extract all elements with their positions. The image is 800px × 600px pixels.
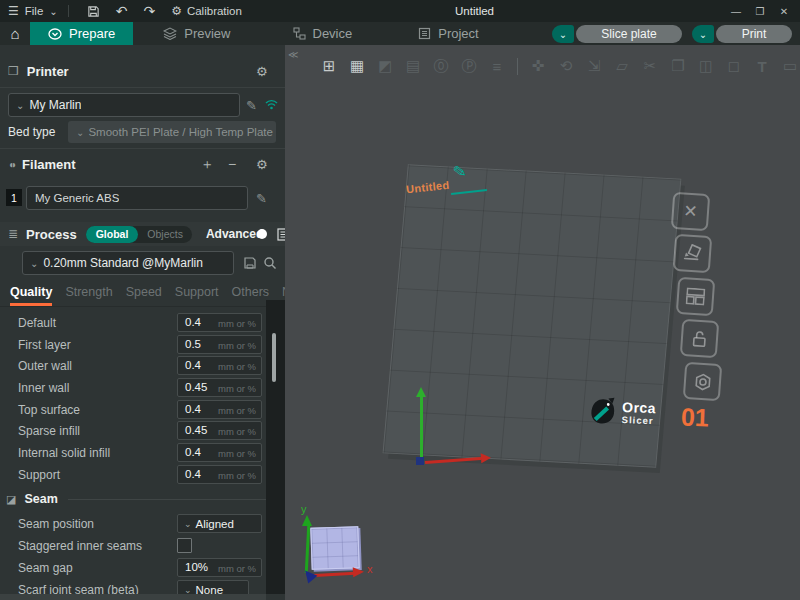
add-object-icon[interactable]: ⊞	[317, 54, 341, 78]
filament-preset-dropdown[interactable]: My Generic ABS	[26, 186, 248, 210]
auto-orient-icon[interactable]: ◩	[373, 54, 397, 78]
param-value: 0.4	[185, 468, 201, 480]
param-input[interactable]: 0.4 mm or %	[177, 465, 262, 484]
panel-bottom-strip	[0, 594, 266, 600]
delete-all-button[interactable]: ✕	[671, 192, 710, 231]
viewport-3d[interactable]: ≪ ⊞ ▦ ◩ ▤ ⓪ Ⓟ ≡ ✜ ⟲ ⇲ ▱ ✂ ❐ ◫ ◻ T ▭ ❒ Un…	[285, 45, 800, 600]
slice-plate-button[interactable]: Slice plate	[576, 25, 682, 43]
param-input[interactable]: 0.4 mm or %	[177, 356, 262, 375]
arrange-plate-button[interactable]	[676, 277, 715, 316]
thumb-x-label: x	[367, 563, 373, 575]
tab-prepare[interactable]: Prepare	[30, 22, 133, 45]
logo-subtitle: Slicer	[622, 415, 656, 426]
plate-thumbnail[interactable]	[310, 526, 359, 570]
bed-type-value: Smooth PEI Plate / High Temp Plate	[88, 126, 273, 138]
filament-icon: ◖◗	[8, 159, 14, 170]
search-icon[interactable]	[263, 256, 277, 270]
edit-printer-icon[interactable]: ✎	[246, 98, 257, 113]
bed-type-dropdown[interactable]: ⌄ Smooth PEI Plate / High Temp Plate	[68, 121, 276, 143]
scope-global-button[interactable]: Global	[86, 226, 139, 243]
undo-button[interactable]: ↶	[116, 3, 128, 19]
filament-section-header: ◖◗ Filament	[0, 152, 285, 176]
param-input[interactable]: 0.4 mm or %	[177, 443, 262, 462]
printer-preset-dropdown[interactable]: ⌄ My Marlin	[8, 93, 240, 117]
mesh-edit-icon[interactable]: ◻	[722, 54, 746, 78]
lay-on-face-icon[interactable]: ▱	[610, 54, 634, 78]
split-to-objects-icon[interactable]: ⓪	[429, 54, 453, 78]
process-icon: ≣	[8, 227, 18, 241]
param-input[interactable]: 0.4 mm or %	[177, 400, 262, 419]
remove-filament-button[interactable]: −	[228, 156, 236, 172]
param-input[interactable]: 0.45 mm or %	[177, 378, 262, 397]
param-label: Outer wall	[18, 359, 72, 373]
seam-position-dropdown[interactable]: ⌄ Aligned	[177, 514, 262, 533]
printer-settings-gear-icon[interactable]: ⚙	[256, 64, 268, 79]
x-axis-arrow	[425, 457, 481, 464]
mesh-boolean-icon[interactable]: ◫	[694, 54, 718, 78]
project-icon	[418, 27, 431, 40]
wifi-connection-icon[interactable]	[264, 98, 279, 110]
panel-scrollbar[interactable]	[266, 300, 285, 594]
home-button[interactable]: ⌂	[0, 22, 30, 45]
print-button[interactable]: Print	[716, 25, 792, 43]
plate-thumbnail-navigator: y x	[293, 503, 403, 598]
param-unit: mm or %	[218, 383, 256, 394]
split-to-parts-icon[interactable]: Ⓟ	[457, 54, 481, 78]
tab-strength[interactable]: Strength	[65, 285, 112, 306]
add-filament-button[interactable]: ＋	[200, 156, 214, 174]
hamburger-icon: ☰	[8, 4, 19, 18]
variable-layer-height-icon[interactable]: ≡	[485, 54, 509, 78]
param-input[interactable]: 0.5 mm or %	[177, 335, 262, 354]
seam-section-title: Seam	[24, 492, 57, 506]
clone-icon[interactable]: ❐	[666, 54, 690, 78]
tab-support[interactable]: Support	[175, 285, 219, 306]
edit-filament-icon[interactable]: ✎	[256, 191, 267, 206]
rename-plate-pencil-icon[interactable]: ✎	[452, 161, 468, 182]
divider	[68, 5, 69, 17]
arrange-icon[interactable]: ▤	[401, 54, 425, 78]
tab-speed[interactable]: Speed	[126, 285, 162, 306]
tab-device[interactable]: Device	[275, 22, 371, 45]
plate-settings-button[interactable]	[683, 362, 722, 401]
param-input[interactable]: 0.45 mm or %	[177, 421, 262, 440]
tab-preview[interactable]: Preview	[145, 22, 248, 45]
add-plate-icon[interactable]: ▦	[345, 54, 369, 78]
measure-icon[interactable]: ▭	[778, 54, 800, 78]
auto-orient-plate-button[interactable]	[673, 234, 712, 273]
printer-section-header: ❒ Printer	[0, 59, 285, 83]
save-button[interactable]	[87, 5, 100, 18]
minimize-button[interactable]: —	[726, 2, 746, 20]
file-menu[interactable]: ☰ File ⌄	[8, 4, 58, 18]
tab-project[interactable]: Project	[400, 22, 496, 45]
lock-plate-button[interactable]	[680, 319, 719, 358]
redo-button[interactable]: ↷	[143, 3, 155, 19]
move-icon[interactable]: ✜	[526, 54, 550, 78]
slice-options-button[interactable]: ⌄	[552, 25, 574, 43]
param-label: Sparse infill	[18, 424, 80, 438]
rotate-icon[interactable]: ⟲	[554, 54, 578, 78]
chevron-down-icon: ⌄	[76, 127, 84, 138]
panel-scrollbar-thumb[interactable]	[272, 333, 276, 382]
process-preset-dropdown[interactable]: ⌄ 0.20mm Standard @MyMarlin	[22, 251, 234, 275]
collapse-sidebar-icon[interactable]: ≪	[288, 49, 298, 60]
filament-settings-gear-icon[interactable]: ⚙	[256, 157, 268, 172]
print-options-button[interactable]: ⌄	[692, 25, 714, 43]
scale-icon[interactable]: ⇲	[582, 54, 606, 78]
param-value: 0.45	[185, 381, 207, 393]
chevron-down-icon: ⌄	[16, 100, 24, 111]
tab-quality[interactable]: Quality	[10, 285, 52, 306]
close-button[interactable]: ✕	[774, 2, 794, 20]
staggered-seams-checkbox[interactable]	[177, 538, 192, 553]
param-input[interactable]: 0.4 mm or %	[177, 313, 262, 332]
seam-gap-input[interactable]: 10% mm or %	[177, 558, 262, 577]
seam-gap-row: Seam gap 10% mm or %	[0, 558, 266, 580]
chevron-down-icon: ⌄	[49, 6, 57, 17]
cut-icon[interactable]: ✂	[638, 54, 662, 78]
text-tool-icon[interactable]: T	[750, 54, 774, 78]
scope-objects-button[interactable]: Objects	[138, 228, 192, 240]
param-value: 0.45	[185, 424, 207, 436]
tab-others[interactable]: Others	[232, 285, 270, 306]
restore-button[interactable]: ❐	[750, 2, 770, 20]
save-preset-icon[interactable]	[243, 256, 257, 270]
calibration-button[interactable]: ⚙ Calibration	[171, 4, 242, 18]
